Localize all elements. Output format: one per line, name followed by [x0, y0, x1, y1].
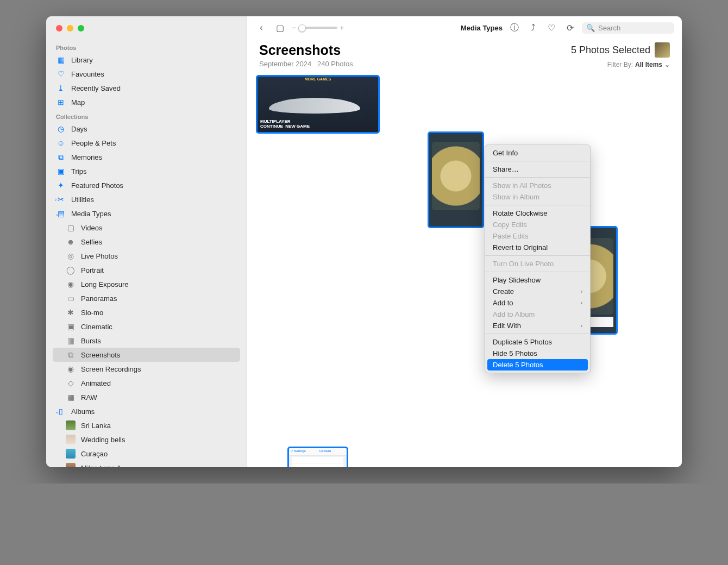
menu-separator [485, 177, 590, 178]
sidebar-item-library[interactable]: ▦ Library [53, 53, 240, 67]
photo-grid[interactable]: MORE GAMES MULTIPLAYER CONTINUE NEW GAME… [247, 73, 682, 467]
sidebar: Photos ▦ Library ♡ Favourites ⤓ Recently… [46, 16, 247, 467]
sidebar-item-days[interactable]: ◷Days [53, 122, 240, 136]
memories-icon: ⧉ [56, 152, 66, 162]
sidebar-item-media-types[interactable]: ⌄ ▤ Media Types [53, 206, 240, 221]
sidebar-album-miles[interactable]: Miles turns 1 [53, 461, 240, 467]
share-button[interactable]: ⤴ [526, 21, 539, 34]
animated-icon: ◇ [66, 378, 76, 388]
people-icon: ☺ [56, 138, 66, 148]
photo-thumb[interactable]: MORE GAMES MULTIPLAYER CONTINUE NEW GAME [257, 76, 379, 133]
album-thumb [66, 420, 76, 430]
sidebar-item-utilities[interactable]: › ✂ Utilities [53, 192, 240, 206]
selfie-icon: ☻ [66, 237, 76, 247]
menu-show-in-all-photos: Show in All Photos [485, 180, 590, 191]
sidebar-album-wedding[interactable]: Wedding bells [53, 432, 240, 447]
sidebar-item-panoramas[interactable]: ▭Panoramas [53, 291, 240, 305]
menu-paste-edits: Paste Edits [485, 230, 590, 242]
screenshots-icon: ⧉ [66, 350, 76, 360]
menu-hide[interactable]: Hide 5 Photos [485, 348, 590, 359]
favourite-button[interactable]: ♡ [545, 21, 558, 34]
chevron-right-icon: › [581, 300, 582, 306]
sidebar-item-videos[interactable]: ▢Videos [53, 221, 240, 235]
sidebar-item-slomo[interactable]: ✱Slo-mo [53, 305, 240, 319]
sidebar-album-sri-lanka[interactable]: Sri Lanka [53, 418, 240, 432]
chevron-right-icon: › [581, 288, 582, 294]
sidebar-section-photos: Photos [56, 45, 237, 51]
sidebar-item-memories[interactable]: ⧉Memories [53, 150, 240, 164]
menu-edit-with[interactable]: Edit With› [485, 320, 590, 331]
sidebar-item-people[interactable]: ☺People & Pets [53, 136, 240, 150]
sidebar-album-curacao[interactable]: Curaçao [53, 447, 240, 461]
photo-thumb[interactable]: < SettingsCamera Photographic Styles [288, 448, 347, 467]
sidebar-item-bursts[interactable]: ▥Bursts [53, 334, 240, 348]
cinematic-icon: ▣ [66, 322, 76, 331]
panorama-icon: ▭ [66, 293, 76, 303]
aspect-button[interactable]: ▢ [273, 21, 286, 34]
sidebar-item-raw[interactable]: ▦RAW [53, 390, 240, 404]
menu-delete[interactable]: Delete 5 Photos [487, 359, 588, 371]
sidebar-item-map[interactable]: ⊞ Map [53, 95, 240, 109]
fullscreen-window-button[interactable] [78, 25, 84, 32]
chevron-right-icon[interactable]: › [55, 197, 61, 203]
window-controls [53, 24, 240, 40]
zoom-out-icon[interactable]: − [292, 23, 296, 32]
menu-share[interactable]: Share… [485, 164, 590, 175]
sidebar-item-recently-saved[interactable]: ⤓ Recently Saved [53, 81, 240, 95]
sidebar-item-favourites[interactable]: ♡ Favourites [53, 67, 240, 81]
menu-slideshow[interactable]: Play Slideshow [485, 274, 590, 286]
live-photo-icon: ◎ [66, 251, 76, 261]
sidebar-item-trips[interactable]: ▣Trips [53, 164, 240, 178]
info-button[interactable]: ⓘ [508, 21, 521, 34]
sidebar-item-long-exposure[interactable]: ◉Long Exposure [53, 277, 240, 291]
long-exposure-icon: ◉ [66, 279, 76, 289]
menu-rotate[interactable]: Rotate Clockwise [485, 208, 590, 219]
photo-thumb[interactable] [429, 133, 483, 227]
star-icon: ✦ [56, 180, 66, 190]
menu-duplicate[interactable]: Duplicate 5 Photos [485, 336, 590, 348]
zoom-slider[interactable]: − + [292, 23, 344, 32]
suitcase-icon: ▣ [56, 166, 66, 176]
toolbar: ‹ ▢ − + Media Types ⓘ ⤴ ♡ ⟳ 🔍 Search [247, 16, 682, 39]
toolbar-title: Media Types [461, 24, 503, 32]
search-field[interactable]: 🔍 Search [582, 22, 674, 34]
selection-stack-thumb[interactable] [655, 42, 670, 58]
menu-live-photo: Turn On Live Photo [485, 258, 590, 269]
clock-icon: ◷ [56, 124, 66, 134]
sidebar-item-featured[interactable]: ✦Featured Photos [53, 178, 240, 192]
menu-copy-edits: Copy Edits [485, 219, 590, 230]
menu-separator [485, 272, 590, 272]
raw-icon: ▦ [66, 392, 76, 402]
zoom-in-icon[interactable]: + [340, 23, 344, 32]
album-thumb [66, 463, 76, 467]
minimize-window-button[interactable] [67, 25, 73, 32]
chevron-down-icon[interactable]: ⌄ [55, 211, 61, 217]
menu-revert[interactable]: Revert to Original [485, 242, 590, 253]
sidebar-item-animated[interactable]: ◇Animated [53, 376, 240, 390]
menu-add-to[interactable]: Add to› [485, 297, 590, 309]
close-window-button[interactable] [56, 25, 62, 32]
filter-control[interactable]: Filter By: All Items ⌄ [571, 61, 670, 68]
menu-create[interactable]: Create› [485, 286, 590, 297]
bursts-icon: ▥ [66, 336, 76, 346]
rotate-button[interactable]: ⟳ [563, 21, 576, 34]
context-menu: Get Info Share… Show in All Photos Show … [485, 145, 591, 373]
sidebar-item-portrait[interactable]: ◯Portrait [53, 263, 240, 277]
chevron-down-icon: ⌄ [664, 61, 670, 68]
menu-get-info[interactable]: Get Info [485, 147, 590, 159]
sidebar-item-screen-recordings[interactable]: ◉Screen Recordings [53, 362, 240, 376]
main: ‹ ▢ − + Media Types ⓘ ⤴ ♡ ⟳ 🔍 Search Scr… [247, 16, 682, 467]
back-button[interactable]: ‹ [255, 21, 268, 34]
slo-mo-icon: ✱ [66, 307, 76, 317]
sidebar-item-selfies[interactable]: ☻Selfies [53, 235, 240, 249]
sidebar-item-albums[interactable]: ⌄ ▯ Albums [53, 404, 240, 418]
menu-add-to-album: Add to Album [485, 309, 590, 320]
chevron-down-icon[interactable]: ⌄ [55, 409, 61, 415]
zoom-track[interactable] [298, 27, 337, 29]
sidebar-item-screenshots[interactable]: ⧉Screenshots [53, 348, 240, 362]
album-thumb [66, 449, 76, 459]
sidebar-section-collections: Collections [56, 114, 237, 120]
menu-separator [485, 161, 590, 161]
sidebar-item-live-photos[interactable]: ◎Live Photos [53, 249, 240, 263]
sidebar-item-cinematic[interactable]: ▣Cinematic [53, 319, 240, 334]
